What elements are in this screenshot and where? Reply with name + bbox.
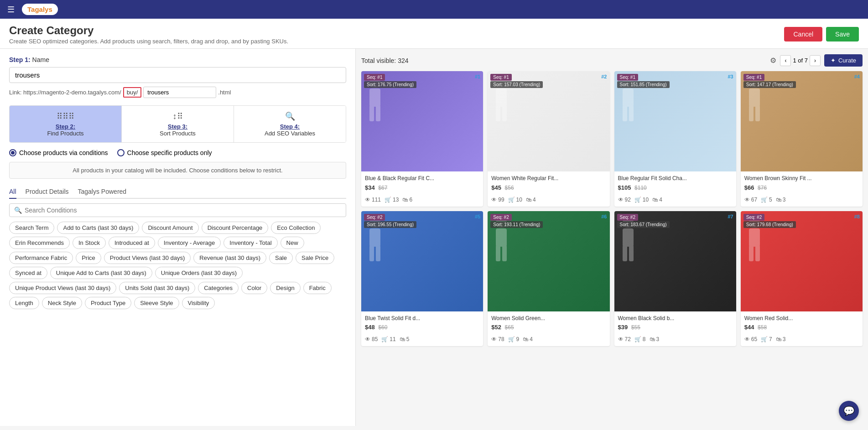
carts-stat: 🛒 11 — [381, 336, 395, 342]
link-suffix: .html — [218, 89, 231, 96]
page-info: 1 of 7 — [793, 57, 808, 64]
step2-nav[interactable]: ⠿⠿⠿ Step 2: Find Products — [10, 106, 122, 142]
svg-rect-11 — [629, 105, 634, 121]
condition-tag[interactable]: Color — [241, 282, 267, 294]
prev-page-button[interactable]: ‹ — [780, 55, 791, 66]
condition-tag[interactable]: Sale Price — [296, 252, 334, 264]
condition-tag[interactable]: Unique Product Views (last 30 days) — [9, 282, 116, 294]
chat-bubble[interactable]: 💬 — [839, 401, 859, 421]
seq-badge: Seq: #1 — [364, 74, 385, 81]
radio-specific-dot — [117, 149, 125, 156]
next-page-button[interactable]: › — [810, 55, 821, 66]
cart-icon: 🛒 — [634, 197, 641, 203]
condition-tag[interactable]: Product Views (last 30 days) — [104, 252, 191, 264]
link-prefix: Link: https://magento-2-demo.tagalys.com… — [9, 89, 121, 96]
condition-tag[interactable]: Revenue (last 30 days) — [193, 252, 266, 264]
category-name-input[interactable] — [9, 67, 346, 83]
condition-tag[interactable]: Eco Collection — [271, 222, 321, 234]
settings-icon[interactable]: ⚙ — [770, 56, 776, 65]
save-button[interactable]: Save — [826, 27, 859, 41]
step4-name: Add SEO Variables — [238, 130, 342, 137]
seq-badge: Seq: #2 — [364, 214, 385, 221]
header-actions: Cancel Save — [784, 27, 859, 41]
condition-tag[interactable]: Sale — [269, 252, 293, 264]
link-row: Link: https://magento-2-demo.tagalys.com… — [9, 87, 346, 98]
step1-num: Step 1: — [9, 56, 31, 63]
condition-tag[interactable]: Search Term — [9, 222, 54, 234]
price-old: $76 — [758, 185, 767, 191]
search-conditions-input[interactable] — [25, 207, 341, 214]
views-stat: 👁 92 — [618, 197, 631, 203]
product-card[interactable]: Seq: #1 #4 Sort: 147.17 (Trending) Women… — [741, 71, 863, 207]
condition-tag[interactable]: Unique Orders (last 30 days) — [155, 267, 243, 279]
price-old: $56 — [505, 185, 514, 191]
radio-conditions[interactable]: Choose products via conditions — [9, 149, 108, 156]
condition-tag[interactable]: New — [281, 237, 304, 249]
radio-specific[interactable]: Choose specific products only — [117, 149, 212, 156]
orders-icon: 🛍 — [400, 336, 405, 342]
condition-tag[interactable]: Neck Style — [42, 297, 82, 309]
price-current: $105 — [618, 184, 631, 191]
product-card[interactable]: Seq: #2 #8 Sort: 179.68 (Trending) Women… — [741, 211, 863, 347]
tab-product-details[interactable]: Product Details — [26, 185, 69, 199]
condition-tag[interactable]: Add to Carts (last 30 days) — [57, 222, 139, 234]
views-count: 65 — [751, 336, 757, 342]
condition-tag[interactable]: Performance Fabric — [9, 252, 73, 264]
cart-icon: 🛒 — [761, 197, 768, 203]
tab-tagalys-powered[interactable]: Tagalys Powered — [78, 185, 127, 199]
condition-tag[interactable]: Synced at — [9, 267, 47, 279]
seq-badge: Seq: #1 — [617, 74, 638, 81]
cancel-button[interactable]: Cancel — [784, 27, 822, 41]
condition-tag[interactable]: Design — [270, 282, 300, 294]
product-card[interactable]: Seq: #2 #7 Sort: 183.67 (Trending) Women… — [614, 211, 736, 347]
condition-tag[interactable]: Sleeve Style — [134, 297, 179, 309]
condition-tag[interactable]: Fabric — [303, 282, 332, 294]
product-stats: 👁 65 🛒 7 🛍 3 — [741, 334, 863, 346]
condition-tag[interactable]: Length — [9, 297, 39, 309]
product-card[interactable]: Seq: #2 #5 Sort: 196.55 (Trending) Blue … — [361, 211, 483, 347]
condition-tag[interactable]: Price — [76, 252, 101, 264]
product-info: Women Black Solid b... $39 $55 — [614, 311, 736, 335]
views-count: 67 — [751, 197, 757, 203]
condition-tag[interactable]: In Stock — [73, 237, 106, 249]
condition-tag[interactable]: Erin Recommends — [9, 237, 70, 249]
curate-button[interactable]: ✦ Curate — [824, 54, 863, 67]
condition-tag[interactable]: Discount Percentage — [202, 222, 269, 234]
step3-nav[interactable]: ↕⠿ Step 3: Sort Products — [122, 106, 234, 142]
tab-all[interactable]: All — [9, 185, 16, 199]
condition-tag[interactable]: Inventory - Average — [158, 237, 221, 249]
product-card[interactable]: Seq: #1 #2 Sort: 157.03 (Trending) Women… — [488, 71, 609, 207]
step3-name: Sort Products — [125, 130, 230, 137]
product-card[interactable]: Seq: #1 #3 Sort: 151.85 (Trending) Blue … — [614, 71, 736, 207]
product-card[interactable]: Seq: #2 #6 Sort: 193.11 (Trending) Women… — [488, 211, 609, 347]
product-card[interactable]: Seq: #1 #1 Sort: 176.75 (Trending) Blue … — [361, 71, 483, 207]
orders-count: 3 — [656, 336, 660, 342]
step2-label: Step 2: — [13, 123, 118, 130]
link-slug-input[interactable] — [143, 87, 216, 98]
condition-tag[interactable]: Categories — [198, 282, 239, 294]
condition-tag[interactable]: Units Sold (last 30 days) — [119, 282, 195, 294]
sort-badge: Sort: 147.17 (Trending) — [743, 81, 796, 88]
hamburger-menu[interactable]: ☰ — [7, 5, 15, 15]
search-icon: 🔍 — [14, 207, 22, 214]
svg-rect-17 — [369, 228, 380, 247]
orders-stat: 🛍 6 — [402, 197, 412, 203]
product-info: Women Brown Skinny Fit ... $66 $76 — [741, 171, 863, 195]
condition-tag[interactable]: Product Type — [85, 297, 131, 309]
views-count: 99 — [498, 197, 504, 203]
views-stat: 👁 72 — [618, 336, 631, 342]
curate-label: Curate — [838, 57, 856, 64]
condition-tag[interactable]: Discount Amount — [142, 222, 198, 234]
search-conditions-container: 🔍 — [9, 203, 346, 217]
condition-tag[interactable]: Unique Add to Carts (last 30 days) — [50, 267, 152, 279]
condition-tag[interactable]: Inventory - Total — [223, 237, 277, 249]
condition-tag[interactable]: Introduced at — [109, 237, 155, 249]
price-current: $44 — [744, 324, 754, 331]
condition-tag[interactable]: Visibility — [182, 297, 215, 309]
step4-nav[interactable]: 🔍 Step 4: Add SEO Variables — [234, 106, 346, 142]
svg-rect-15 — [755, 105, 760, 121]
orders-count: 3 — [783, 197, 786, 203]
product-stats: 👁 67 🛒 5 🛍 3 — [741, 195, 863, 207]
svg-rect-30 — [749, 245, 754, 261]
carts-stat: 🛒 8 — [634, 336, 646, 342]
